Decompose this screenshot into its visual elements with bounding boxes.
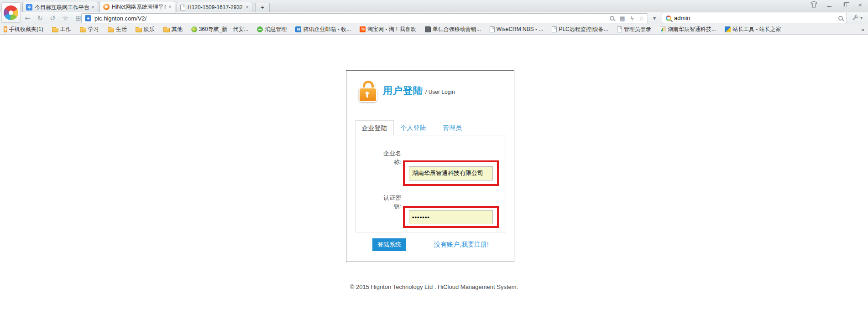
minimize-button[interactable] bbox=[825, 1, 833, 8]
close-window-button[interactable]: × bbox=[856, 1, 864, 8]
tools-menu[interactable]: ▼ bbox=[852, 13, 863, 23]
page-icon bbox=[552, 26, 557, 32]
folder-icon bbox=[80, 28, 86, 32]
bookmark-label: 娱乐 bbox=[144, 26, 155, 33]
page-favicon-icon bbox=[180, 5, 185, 10]
login-submit-button[interactable]: 登陆系统 bbox=[372, 238, 406, 251]
login-tabs: 企业登陆 个人登陆 管理员 bbox=[355, 120, 471, 135]
theme-skin-icon[interactable] bbox=[810, 1, 818, 8]
address-bar[interactable]: + plc.hignton.com/V2/ ▦ ϟ ☆ bbox=[81, 13, 648, 23]
marketing-icon bbox=[425, 26, 431, 32]
wrench-icon bbox=[852, 15, 859, 21]
login-card: 用户登陆 / User Login 企业登陆 个人登陆 管理员 企业名 称: 认… bbox=[346, 70, 514, 262]
folder-icon bbox=[52, 28, 58, 32]
page-subtitle: / User Login bbox=[425, 89, 455, 95]
bookmark-taobao[interactable]: 淘宝网 - 淘！我喜欢 bbox=[360, 26, 416, 33]
auth-key-label: 认证密 钥: bbox=[368, 193, 401, 211]
lightning-icon[interactable]: ϟ bbox=[630, 15, 634, 22]
bookmark-folder-work[interactable]: 工作 bbox=[52, 26, 71, 33]
tab-personal-login[interactable]: 个人登陆 bbox=[394, 120, 433, 135]
bookmark-huachen[interactable]: 湖南华辰智通科技... bbox=[660, 26, 716, 33]
favorites-star-icon[interactable]: ☆ bbox=[63, 15, 68, 22]
tools-dropdown-icon: ▼ bbox=[860, 16, 863, 20]
tab-hinet-active[interactable]: HiNet网络系统管理平台 × bbox=[99, 1, 175, 12]
folder-icon bbox=[163, 28, 170, 32]
highlight-box-key bbox=[403, 206, 499, 228]
browser-menu-button[interactable] bbox=[1, 2, 21, 23]
bookmarks-overflow-chevron[interactable]: » bbox=[861, 24, 864, 35]
url-dropdown-button[interactable]: ▼ bbox=[651, 13, 658, 23]
page-icon bbox=[490, 26, 495, 32]
jinmubiao-favicon-icon: 今 bbox=[26, 4, 32, 10]
bookmark-label: 360导航_新一代安... bbox=[199, 26, 249, 33]
search-box[interactable]: admin bbox=[662, 13, 847, 23]
bookmarks-bar: 手机收藏夹(1) 工作 学习 生活 娱乐 其他 360导航_新一代安... 消息… bbox=[0, 24, 868, 35]
tab-h120[interactable]: H120-1509-1617-2932-77 × bbox=[177, 2, 252, 12]
bookmark-label: 站长工具 - 站长之家 bbox=[732, 26, 781, 33]
browser-logo-icon bbox=[4, 5, 18, 20]
bookmark-label: PLC远程监控|设备... bbox=[559, 26, 608, 33]
copyright-footer: © 2015 Hignton Technology Ltd . HiCloud … bbox=[0, 283, 868, 290]
nav360-icon bbox=[191, 26, 197, 32]
new-tab-button[interactable]: + bbox=[255, 3, 270, 12]
site-favicon-icon: + bbox=[85, 15, 91, 21]
tab-jinmubiao[interactable]: 今 今目标互联网工作平台 × bbox=[22, 2, 98, 12]
bookmark-webmaster-tools[interactable]: 站长工具 - 站长之家 bbox=[725, 26, 781, 33]
login-header: 用户登陆 / User Login bbox=[383, 84, 455, 97]
auth-key-input[interactable] bbox=[409, 210, 493, 224]
bookmark-wisecrm[interactable]: WiseCRM NBS - ... bbox=[490, 26, 544, 32]
page-title: 用户登陆 bbox=[383, 84, 423, 97]
tab-enterprise-login[interactable]: 企业登陆 bbox=[355, 120, 394, 135]
bookmark-marketing[interactable]: 单仁合强移动营销... bbox=[425, 26, 481, 33]
bookmark-plc-monitor[interactable]: PLC远程监控|设备... bbox=[552, 26, 608, 33]
bookmark-mobile-favorites[interactable]: 手机收藏夹(1) bbox=[4, 26, 43, 33]
bookmark-message-manage[interactable]: 消息管理 bbox=[257, 26, 287, 33]
message-icon bbox=[257, 26, 263, 32]
refresh-icon[interactable]: ↻ bbox=[37, 15, 43, 22]
bookmark-label: 消息管理 bbox=[265, 26, 287, 33]
search-engine-icon[interactable] bbox=[666, 15, 671, 21]
url-text[interactable]: plc.hignton.com/V2/ bbox=[94, 15, 607, 22]
bookmark-folder-entertainment[interactable]: 娱乐 bbox=[136, 26, 155, 33]
tab-label: HiNet网络系统管理平台 bbox=[112, 3, 166, 11]
bookmark-label: 淘宝网 - 淘！我喜欢 bbox=[367, 26, 416, 33]
register-link[interactable]: 没有账户,我要注册! bbox=[434, 241, 489, 249]
tab-close-icon[interactable]: × bbox=[91, 5, 94, 10]
browser-navbar: ← ↻ ↺ ☆ ⊞ + plc.hignton.com/V2/ ▦ ϟ ☆ ▼ … bbox=[0, 12, 868, 24]
search-icon[interactable] bbox=[838, 16, 843, 21]
bookmark-admin-login[interactable]: 管理员登录 bbox=[617, 26, 651, 33]
tab-close-icon[interactable]: × bbox=[246, 5, 249, 10]
bookmark-folder-study[interactable]: 学习 bbox=[80, 26, 99, 33]
folder-icon bbox=[108, 28, 114, 32]
hinet-favicon-icon bbox=[103, 4, 110, 10]
bookmark-360nav[interactable]: 360导航_新一代安... bbox=[191, 26, 249, 33]
mail-icon bbox=[295, 26, 301, 32]
favorites-grid-icon[interactable]: ⊞ bbox=[75, 15, 81, 22]
bookmark-label: 其他 bbox=[172, 26, 183, 33]
tab-close-icon[interactable]: × bbox=[168, 4, 172, 10]
bookmark-label: WiseCRM NBS - ... bbox=[497, 26, 544, 32]
webmaster-icon bbox=[725, 26, 731, 32]
taobao-icon bbox=[360, 26, 366, 32]
bookmark-label: 手机收藏夹(1) bbox=[9, 26, 43, 33]
qr-code-icon[interactable]: ▦ bbox=[619, 15, 625, 22]
restore-button[interactable] bbox=[841, 1, 849, 8]
highlight-box-company bbox=[403, 160, 499, 186]
bookmark-folder-other[interactable]: 其他 bbox=[163, 26, 183, 33]
bookmark-tencent-mail[interactable]: 腾讯企业邮箱 - 收... bbox=[295, 26, 351, 33]
company-name-input[interactable] bbox=[409, 166, 493, 180]
lock-icon bbox=[358, 81, 378, 103]
back-icon[interactable]: ← bbox=[25, 15, 31, 22]
zoom-magnifier-icon[interactable] bbox=[610, 16, 614, 21]
bookmark-label: 湖南华辰智通科技... bbox=[668, 26, 716, 33]
bookmark-folder-life[interactable]: 生活 bbox=[108, 26, 127, 33]
bookmark-label: 腾讯企业邮箱 - 收... bbox=[303, 26, 351, 33]
bookmark-label: 单仁合强移动营销... bbox=[433, 26, 481, 33]
undo-icon[interactable]: ↺ bbox=[50, 15, 56, 22]
login-form-panel: 企业名 称: 认证密 钥: bbox=[355, 135, 506, 232]
page-content: 用户登陆 / User Login 企业登陆 个人登陆 管理员 企业名 称: 认… bbox=[0, 35, 868, 309]
bookmark-star-icon[interactable]: ☆ bbox=[639, 15, 644, 22]
search-input[interactable]: admin bbox=[674, 15, 836, 21]
tab-admin-login[interactable]: 管理员 bbox=[433, 120, 471, 135]
tab-label: 今目标互联网工作平台 bbox=[35, 4, 89, 11]
